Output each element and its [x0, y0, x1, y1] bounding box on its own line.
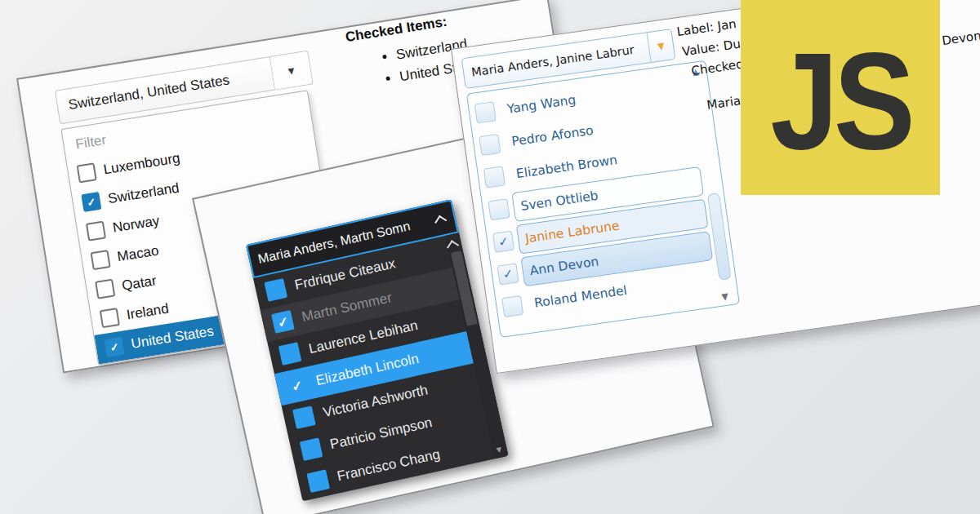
checkbox-icon[interactable] [479, 134, 501, 156]
blue-select-dropdown-button[interactable]: ▼ [647, 29, 675, 62]
javascript-logo: JS [741, 0, 940, 195]
checkbox-checked-icon[interactable] [271, 310, 295, 334]
country-select-dropdown-button[interactable]: ▼ [270, 51, 313, 90]
info-label-line: Label: Jan [676, 16, 737, 39]
scroll-down-icon[interactable]: ▼ [721, 291, 729, 303]
dark-option-list: Frdrique Citeaux Martn Sommer Laurence L… [253, 233, 508, 501]
chevron-down-icon: ▼ [657, 40, 665, 51]
checkbox-icon[interactable] [100, 308, 120, 328]
checkbox-icon[interactable] [300, 437, 323, 461]
scroll-down-icon[interactable]: ▼ [493, 444, 504, 455]
checkbox-icon[interactable] [86, 220, 106, 241]
dark-multiselect: Maria Anders, Martn Somn Frdrique Citeau… [246, 199, 509, 501]
info-checked-line: Checked [690, 56, 744, 78]
blue-option-list: Yang Wang Pedro Afonso Elizabeth Brown S… [466, 60, 740, 338]
checkbox-checked-icon[interactable] [285, 374, 309, 397]
checkbox-checked-icon[interactable] [104, 337, 124, 357]
checkbox-checked-icon[interactable] [81, 192, 101, 212]
checkbox-icon[interactable] [501, 295, 523, 317]
checkbox-icon[interactable] [488, 198, 510, 220]
info-value-line: Value: Du [681, 37, 742, 60]
checkbox-icon[interactable] [264, 278, 287, 302]
checkbox-icon[interactable] [483, 166, 506, 188]
checkbox-icon[interactable] [306, 469, 330, 493]
checkbox-icon[interactable] [91, 250, 111, 270]
javascript-logo-text: JS [770, 26, 910, 169]
checkbox-checked-icon[interactable] [497, 263, 519, 285]
checkbox-icon[interactable] [95, 279, 115, 299]
checkbox-icon[interactable] [292, 405, 316, 429]
checkbox-checked-icon[interactable] [492, 231, 514, 253]
checkbox-icon[interactable] [278, 342, 302, 366]
checkbox-icon[interactable] [474, 101, 497, 123]
info-devon-fragment: Devon, [941, 28, 980, 48]
checkbox-icon[interactable] [77, 162, 97, 183]
chevron-down-icon: ▼ [285, 64, 297, 78]
